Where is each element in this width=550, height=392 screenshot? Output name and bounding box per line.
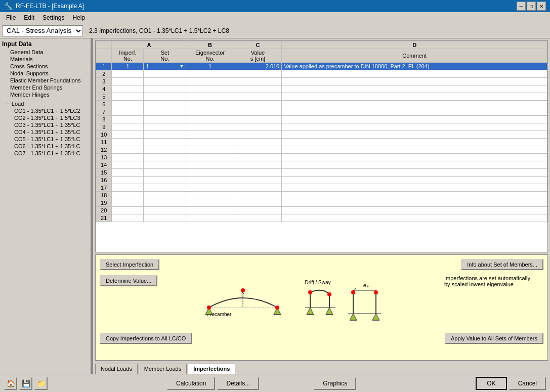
cell-set-no[interactable]	[144, 207, 186, 214]
cell-value[interactable]: 2.010	[234, 63, 281, 70]
cell-comment[interactable]	[282, 70, 547, 78]
cell-comment[interactable]	[282, 169, 547, 177]
sidebar-co4[interactable]: CO4 - 1.35*LC1 + 1.35*LC	[2, 128, 89, 136]
table-row[interactable]: 11	[96, 139, 547, 146]
cell-imperf-no[interactable]	[112, 214, 144, 222]
cell-value[interactable]	[234, 161, 281, 169]
menu-settings[interactable]: Settings	[38, 12, 68, 23]
table-row[interactable]: 4	[96, 85, 547, 93]
copy-imperfections-button[interactable]: Copy Imperfections to All LC/CO	[100, 333, 192, 344]
cell-comment[interactable]	[282, 146, 547, 154]
cell-imperf-no[interactable]	[112, 161, 144, 169]
cell-value[interactable]	[234, 177, 281, 184]
details-button[interactable]: Details...	[217, 377, 259, 390]
cell-value[interactable]	[234, 108, 281, 116]
cell-imperf-no[interactable]: 1	[112, 63, 144, 70]
cell-comment[interactable]	[282, 85, 547, 93]
menu-edit[interactable]: Edit	[20, 12, 38, 23]
cell-eigenvector-no[interactable]	[186, 139, 234, 146]
cell-value[interactable]	[234, 85, 281, 93]
save-button[interactable]: 💾	[19, 377, 32, 390]
cell-eigenvector-no[interactable]	[186, 192, 234, 199]
cell-set-no[interactable]	[144, 139, 186, 146]
cell-eigenvector-no[interactable]	[186, 101, 234, 108]
cell-set-no[interactable]	[144, 108, 186, 116]
cell-set-no[interactable]	[144, 199, 186, 207]
cell-imperf-no[interactable]	[112, 139, 144, 146]
sidebar-item-member-end-springs[interactable]: Member End Springs	[2, 84, 89, 91]
table-row[interactable]: 12	[96, 146, 547, 154]
table-row[interactable]: 111▼12.010Value applied as precamber to …	[96, 63, 547, 70]
cell-comment[interactable]	[282, 199, 547, 207]
cell-eigenvector-no[interactable]	[186, 93, 234, 101]
cell-imperf-no[interactable]	[112, 199, 144, 207]
graphics-button[interactable]: Graphics	[314, 377, 356, 390]
cell-eigenvector-no[interactable]	[186, 116, 234, 123]
sidebar-item-general-data[interactable]: General Data	[2, 49, 89, 56]
cell-set-no[interactable]	[144, 85, 186, 93]
analysis-combo[interactable]: CA1 - Stress Analysis	[2, 25, 83, 36]
sidebar-co2[interactable]: CO2 - 1.35*LC1 + 1.5*LC3	[2, 114, 89, 121]
cell-set-no[interactable]	[144, 169, 186, 177]
determine-value-button[interactable]: Determine Value...	[100, 275, 157, 286]
cell-comment[interactable]	[282, 116, 547, 123]
calculation-button[interactable]: Calculation	[167, 377, 215, 390]
cell-value[interactable]	[234, 131, 281, 139]
menu-file[interactable]: File	[2, 12, 20, 23]
cell-value[interactable]	[234, 192, 281, 199]
cell-value[interactable]	[234, 139, 281, 146]
sidebar-item-materials[interactable]: Materials	[2, 56, 89, 63]
folder-button[interactable]: 📁	[34, 377, 48, 390]
cell-imperf-no[interactable]	[112, 85, 144, 93]
cell-imperf-no[interactable]	[112, 177, 144, 184]
cell-eigenvector-no[interactable]	[186, 146, 234, 154]
cell-set-no[interactable]	[144, 184, 186, 192]
cell-eigenvector-no[interactable]	[186, 131, 234, 139]
cell-set-no[interactable]: 1▼	[144, 63, 186, 70]
cell-comment[interactable]	[282, 192, 547, 199]
cancel-button[interactable]: Cancel	[509, 377, 546, 390]
tab-nodal-loads[interactable]: Nodal Loads	[95, 364, 138, 374]
cell-comment[interactable]	[282, 139, 547, 146]
cell-eigenvector-no[interactable]	[186, 207, 234, 214]
maximize-button[interactable]: □	[527, 2, 536, 11]
table-row[interactable]: 2	[96, 70, 547, 78]
cell-set-no[interactable]	[144, 154, 186, 161]
cell-eigenvector-no[interactable]	[186, 169, 234, 177]
cell-comment[interactable]	[282, 108, 547, 116]
info-about-set-button[interactable]: Info about Set of Members...	[461, 259, 543, 270]
sidebar-co7[interactable]: CO7 - 1.35*LC1 + 1.35*LC	[2, 150, 89, 157]
cell-imperf-no[interactable]	[112, 184, 144, 192]
cell-imperf-no[interactable]	[112, 108, 144, 116]
table-row[interactable]: 3	[96, 78, 547, 85]
sidebar-load-label[interactable]: ─ Load	[2, 100, 89, 107]
cell-comment[interactable]: Value applied as precamber to DIN 18800,…	[282, 63, 547, 70]
cell-set-no[interactable]	[144, 146, 186, 154]
cell-comment[interactable]	[282, 93, 547, 101]
apply-value-button[interactable]: Apply Value to All Sets of Members	[445, 333, 543, 344]
cell-value[interactable]	[234, 93, 281, 101]
cell-value[interactable]	[234, 199, 281, 207]
table-row[interactable]: 16	[96, 177, 547, 184]
cell-value[interactable]	[234, 207, 281, 214]
cell-eigenvector-no[interactable]: 1	[186, 63, 234, 70]
table-row[interactable]: 14	[96, 161, 547, 169]
cell-comment[interactable]	[282, 207, 547, 214]
table-row[interactable]: 10	[96, 131, 547, 139]
cell-value[interactable]	[234, 169, 281, 177]
cell-set-no[interactable]	[144, 214, 186, 222]
tab-member-loads[interactable]: Member Loads	[139, 364, 187, 374]
cell-set-no[interactable]	[144, 123, 186, 131]
sidebar-co3[interactable]: CO3 - 1.35*LC1 + 1.35*LC	[2, 121, 89, 128]
table-row[interactable]: 15	[96, 169, 547, 177]
cell-imperf-no[interactable]	[112, 207, 144, 214]
cell-imperf-no[interactable]	[112, 192, 144, 199]
cell-comment[interactable]	[282, 154, 547, 161]
cell-eigenvector-no[interactable]	[186, 108, 234, 116]
cell-value[interactable]	[234, 214, 281, 222]
table-row[interactable]: 7	[96, 108, 547, 116]
cell-set-no[interactable]	[144, 192, 186, 199]
cell-eigenvector-no[interactable]	[186, 154, 234, 161]
cell-eigenvector-no[interactable]	[186, 161, 234, 169]
cell-imperf-no[interactable]	[112, 116, 144, 123]
